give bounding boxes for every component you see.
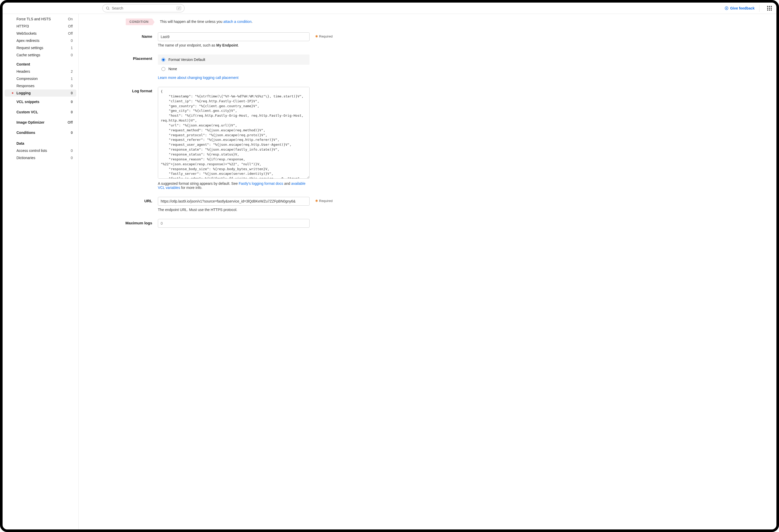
sidebar-item-websockets[interactable]: WebSocketsOff	[3, 30, 78, 37]
max-logs-input[interactable]	[158, 219, 309, 228]
sidebar-item-value: 0	[71, 131, 73, 135]
sidebar-item-value: 0	[71, 100, 73, 104]
sidebar-item-access-control-lists[interactable]: Access control lists0	[3, 147, 78, 154]
sidebar-item-image-optimizer[interactable]: Image OptimizerOff	[3, 117, 78, 128]
sidebar-item-label: WebSockets	[16, 31, 37, 36]
sidebar-item-value: 0	[71, 110, 73, 114]
search-icon	[106, 6, 110, 10]
log-format-row: Log format A suggested format string app…	[88, 87, 761, 190]
sidebar-item-value: 0	[71, 156, 73, 160]
name-row: Name The name of your endpoint, such as …	[88, 32, 761, 47]
name-input[interactable]	[158, 32, 309, 41]
svg-point-0	[107, 7, 109, 9]
sidebar-item-label: Compression	[16, 77, 38, 81]
sidebar-item-value: 1	[71, 46, 73, 50]
placement-learn-more-link[interactable]: Learn more about changing logging call p…	[158, 76, 239, 80]
attach-condition-link[interactable]: attach a condition	[224, 19, 252, 24]
sidebar-item-conditions[interactable]: Conditions0	[3, 128, 78, 138]
url-row: URL The endpoint URL. Must use the HTTPS…	[88, 197, 761, 212]
condition-text: This will happen all the time unless you…	[158, 19, 252, 24]
sidebar-item-label: Image Optimizer	[16, 120, 45, 124]
sidebar-item-label: Logging	[16, 91, 31, 95]
condition-badge: CONDITION	[126, 18, 152, 25]
sidebar-item-content: Content	[3, 59, 78, 68]
sidebar-item-label: Access control lists	[16, 148, 47, 153]
sidebar-item-label: Responses	[16, 84, 35, 88]
sidebar-item-value: Off	[68, 31, 73, 36]
topbar: / Give feedback	[3, 3, 776, 14]
sidebar-item-value: 0	[71, 91, 73, 95]
sidebar-item-value: 1	[71, 77, 73, 81]
sidebar-item-value: 0	[71, 39, 73, 43]
feedback-icon	[724, 6, 729, 10]
feedback-label: Give feedback	[730, 6, 755, 10]
logging-format-docs-link[interactable]: Fastly's logging format docs	[239, 182, 283, 186]
sidebar-item-label: Request settings	[16, 46, 43, 50]
log-format-label: Log format	[88, 87, 152, 93]
placement-option-none[interactable]: None	[158, 65, 309, 73]
placement-radio-none[interactable]	[162, 67, 165, 71]
sidebar-item-value: Off	[68, 120, 73, 124]
sidebar-item-force-tls-and-hsts[interactable]: Force TLS and HSTSOn	[3, 15, 78, 23]
search-input[interactable]	[112, 6, 174, 10]
placement-row: Placement Format Version Default None Le…	[88, 55, 761, 80]
sidebar-item-logging[interactable]: Logging0	[5, 89, 76, 96]
sidebar-item-request-settings[interactable]: Request settings1	[3, 44, 78, 51]
sidebar-item-label: VCL snippets	[16, 100, 39, 104]
sidebar-item-vcl-snippets[interactable]: VCL snippets0	[3, 96, 78, 107]
sidebar-item-value: 0	[71, 148, 73, 153]
sidebar-item-dictionaries[interactable]: Dictionaries0	[3, 154, 78, 161]
sidebar-item-cache-settings[interactable]: Cache settings0	[3, 51, 78, 59]
apps-grid-icon[interactable]	[767, 6, 772, 10]
url-label: URL	[88, 197, 152, 203]
sidebar-item-value: 0	[71, 53, 73, 57]
sidebar-item-value: 0	[71, 84, 73, 88]
sidebar-item-label: Content	[16, 62, 30, 66]
sidebar-item-data: Data	[3, 138, 78, 147]
sidebar-item-value: Off	[68, 24, 73, 28]
condition-row: CONDITION This will happen all the time …	[88, 18, 761, 25]
placement-option-default[interactable]: Format Version Default	[158, 56, 309, 64]
url-input[interactable]	[158, 197, 309, 206]
svg-line-1	[109, 9, 109, 10]
name-help: The name of your endpoint, such as My En…	[158, 43, 309, 47]
log-format-textarea[interactable]	[158, 87, 309, 179]
sidebar-item-value: 2	[71, 69, 73, 73]
sidebar-item-label: Data	[16, 141, 24, 145]
sidebar-item-label: Force TLS and HSTS	[16, 17, 51, 21]
sidebar-item-compression[interactable]: Compression1	[3, 75, 78, 82]
sidebar-item-custom-vcl[interactable]: Custom VCL0	[3, 107, 78, 117]
sidebar-item-label: Headers	[16, 69, 30, 73]
sidebar: Force TLS and HSTSOnHTTP/3OffWebSocketsO…	[3, 14, 79, 529]
placement-radio-default[interactable]	[162, 58, 165, 62]
sidebar-item-headers[interactable]: Headers2	[3, 68, 78, 75]
url-help: The endpoint URL. Must use the HTTPS pro…	[158, 208, 309, 212]
sidebar-item-label: Cache settings	[16, 53, 40, 57]
url-required: ✱Required	[315, 197, 336, 203]
placement-label: Placement	[88, 55, 152, 61]
sidebar-item-value: On	[68, 17, 73, 21]
sidebar-item-label: Dictionaries	[16, 156, 35, 160]
search-shortcut-key: /	[176, 6, 181, 10]
max-logs-label: Maximum logs	[88, 219, 152, 225]
give-feedback-link[interactable]: Give feedback	[724, 5, 760, 12]
max-logs-row: Maximum logs	[88, 219, 761, 228]
sidebar-item-responses[interactable]: Responses0	[3, 82, 78, 89]
placement-radio-group: Format Version Default	[158, 55, 309, 65]
name-label: Name	[88, 32, 152, 39]
name-required: ✱Required	[315, 32, 336, 38]
sidebar-item-label: Conditions	[16, 131, 35, 135]
sidebar-item-http-3[interactable]: HTTP/3Off	[3, 23, 78, 30]
sidebar-item-label: HTTP/3	[16, 24, 29, 28]
main-content: CONDITION This will happen all the time …	[79, 14, 776, 529]
sidebar-item-label: Custom VCL	[16, 110, 38, 114]
sidebar-item-apex-redirects[interactable]: Apex redirects0	[3, 37, 78, 44]
search-box[interactable]: /	[102, 4, 185, 12]
sidebar-item-label: Apex redirects	[16, 39, 39, 43]
log-format-help: A suggested format string appears by def…	[158, 182, 309, 190]
